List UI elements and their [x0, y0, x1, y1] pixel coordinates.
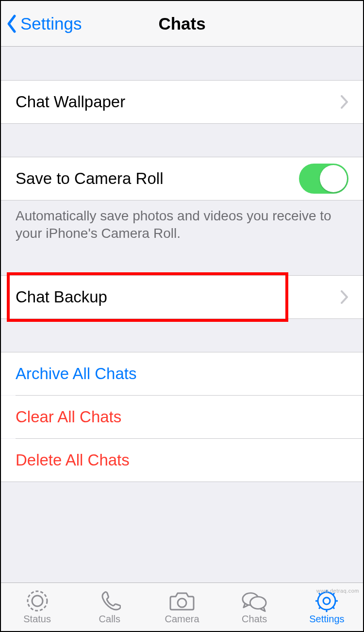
chevron-right-icon	[341, 95, 348, 109]
back-label: Settings	[20, 14, 82, 33]
svg-line-11	[319, 593, 321, 595]
toggle-knob	[320, 165, 347, 192]
tab-label: Calls	[99, 614, 120, 625]
row-label: Archive All Chats	[16, 365, 348, 383]
row-label: Clear All Chats	[16, 408, 348, 426]
tab-label: Status	[23, 614, 51, 625]
back-button[interactable]: Settings	[6, 1, 82, 46]
section-gap	[1, 318, 363, 352]
status-icon	[24, 589, 50, 613]
row-archive-all[interactable]: Archive All Chats	[1, 352, 363, 395]
tab-status[interactable]: Status	[1, 583, 73, 631]
tab-label: Chats	[242, 614, 267, 625]
row-clear-all[interactable]: Clear All Chats	[1, 396, 363, 438]
tab-settings[interactable]: Settings	[291, 583, 363, 631]
row-save-camera-roll: Save to Camera Roll	[1, 157, 363, 200]
svg-point-2	[178, 599, 186, 607]
tab-camera[interactable]: Camera	[146, 583, 218, 631]
row-label: Chat Backup	[16, 288, 337, 306]
section-gap	[1, 254, 363, 276]
content-area: Chat Wallpaper Save to Camera Roll Autom…	[1, 47, 363, 582]
svg-point-6	[323, 598, 330, 604]
chevron-right-icon	[341, 290, 348, 304]
chats-icon	[241, 589, 267, 613]
section-footer: Automatically save photos and videos you…	[1, 200, 363, 254]
tab-label: Camera	[165, 614, 199, 625]
section-gap	[1, 123, 363, 157]
row-label: Chat Wallpaper	[16, 93, 337, 111]
svg-line-14	[319, 607, 321, 609]
tab-bar: Status Calls Camera	[1, 582, 363, 631]
svg-point-4	[250, 597, 266, 609]
tab-chats[interactable]: Chats	[218, 583, 291, 631]
camera-icon	[169, 589, 195, 613]
tab-calls[interactable]: Calls	[73, 583, 146, 631]
chevron-left-icon	[6, 14, 17, 33]
gear-icon	[314, 589, 340, 613]
row-chat-wallpaper[interactable]: Chat Wallpaper	[1, 81, 363, 123]
navbar: Settings Chats	[1, 1, 363, 47]
row-chat-backup[interactable]: Chat Backup	[1, 276, 363, 318]
app-frame: Settings Chats Chat Wallpaper Save to Ca…	[0, 0, 364, 632]
row-delete-all[interactable]: Delete All Chats	[1, 439, 363, 482]
svg-line-13	[332, 593, 334, 595]
row-label: Delete All Chats	[16, 451, 348, 469]
section-gap	[1, 47, 363, 81]
svg-point-0	[28, 591, 47, 611]
svg-point-1	[32, 596, 43, 606]
svg-line-12	[332, 607, 334, 609]
tab-label: Settings	[309, 614, 344, 625]
section-end	[1, 482, 363, 482]
row-label: Save to Camera Roll	[16, 169, 299, 188]
phone-icon	[97, 589, 123, 613]
save-camera-roll-toggle[interactable]	[299, 164, 348, 194]
